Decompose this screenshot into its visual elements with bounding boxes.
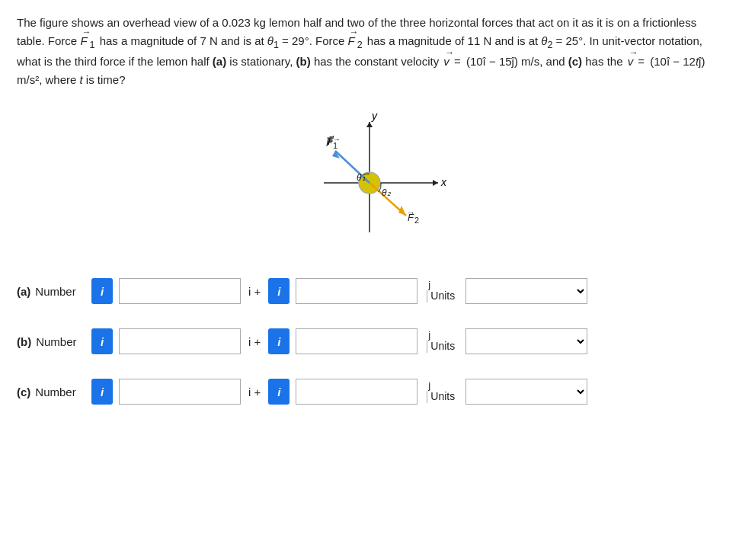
input-a-x[interactable]: [119, 278, 241, 304]
theta1-label: θ₁: [357, 172, 366, 183]
input-a-y[interactable]: [296, 278, 417, 304]
problem-text: The figure shows an overhead view of a 0…: [17, 14, 722, 89]
answer-row-c: (c) Number i i + i j Units N kg m/s m/s²: [17, 379, 722, 405]
info-badge-c1[interactable]: i: [91, 379, 113, 405]
svg-marker-1: [433, 180, 438, 186]
svg-marker-11: [398, 206, 406, 216]
row-label-c: (c) Number: [17, 386, 85, 398]
svg-text:1: 1: [333, 141, 338, 150]
input-b-x[interactable]: [119, 328, 241, 354]
units-select-b[interactable]: N kg m/s m/s²: [465, 328, 587, 354]
y-axis-label: y: [371, 110, 378, 122]
diagram-area: x y F⃗ F→ F 1 → θ₁ F 2 → θ: [17, 103, 722, 255]
j-label-b: j Units: [427, 330, 455, 353]
iplus-b: i +: [248, 335, 261, 348]
input-b-y[interactable]: [296, 328, 417, 354]
iplus-a: i +: [248, 285, 261, 298]
units-select-c[interactable]: N kg m/s m/s²: [465, 379, 587, 405]
answers-area: (a) Number i i + i j Units N kg m/s m/s²…: [17, 278, 722, 405]
info-badge-b2[interactable]: i: [268, 328, 290, 354]
units-select-a[interactable]: N kg m/s m/s²: [465, 278, 587, 304]
svg-text:→: →: [407, 208, 415, 217]
input-c-y[interactable]: [296, 379, 417, 405]
theta2-label: θ₂: [382, 187, 392, 198]
j-label-a: j Units: [427, 280, 455, 302]
answer-row-a: (a) Number i i + i j Units N kg m/s m/s²: [17, 278, 722, 304]
svg-text:→: →: [325, 133, 334, 142]
info-badge-c2[interactable]: i: [268, 379, 290, 405]
svg-marker-3: [366, 122, 373, 127]
answer-row-b: (b) Number i i + i j Units N kg m/s m/s²: [17, 328, 722, 354]
row-label-b: (b) Number: [17, 335, 85, 348]
force-diagram: x y F⃗ F→ F 1 → θ₁ F 2 → θ: [263, 107, 476, 251]
x-axis-label: x: [440, 176, 447, 188]
info-badge-a2[interactable]: i: [268, 278, 290, 304]
info-badge-b1[interactable]: i: [91, 328, 113, 354]
input-c-x[interactable]: [119, 379, 241, 405]
j-label-c: j Units: [427, 380, 455, 403]
info-badge-a1[interactable]: i: [91, 278, 113, 304]
row-label-a: (a) Number: [17, 285, 85, 298]
iplus-c: i +: [248, 386, 261, 398]
